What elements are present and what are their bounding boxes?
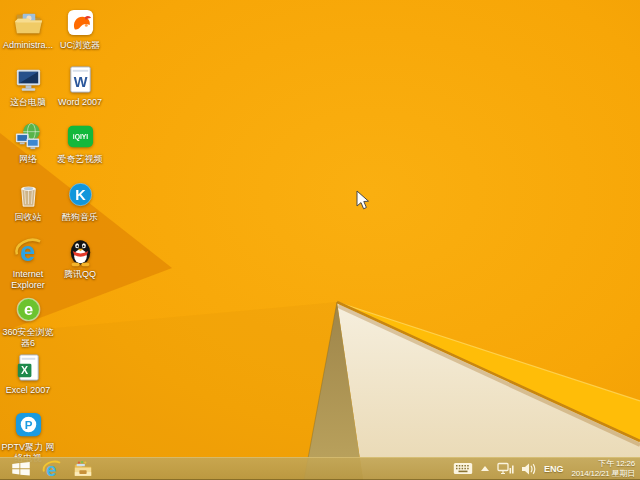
iqiyi-icon: iQIYI [65, 121, 96, 152]
desktop-icon-this-pc[interactable]: 这台电脑 [0, 64, 56, 108]
desktop-icon-label: Administra... [0, 40, 56, 51]
desktop-icon-excel-2007[interactable]: X Excel 2007 [0, 352, 56, 396]
desktop-icon-administrator[interactable]: Administra... [0, 7, 56, 51]
kugou-glyph: K [75, 187, 86, 203]
word-glyph: W [73, 74, 87, 90]
desktop-icon-label: Excel 2007 [0, 385, 56, 396]
360-glyph: e [23, 300, 32, 318]
start-button[interactable] [5, 457, 36, 480]
tencent-qq-icon [65, 236, 96, 267]
language-indicator[interactable]: ENG [544, 464, 564, 474]
desktop-icon-label: Word 2007 [52, 97, 108, 108]
system-tray: ENG 下午 12:26 2014/12/21 星期日 [449, 457, 640, 480]
this-pc-icon [13, 64, 44, 95]
desktop-icon-pptv[interactable]: P PPTV聚力 网络电视 [0, 409, 56, 464]
desktop-icon-network[interactable]: 网络 [0, 121, 56, 165]
windows-logo-icon [12, 462, 30, 476]
360-browser-icon: e [13, 294, 44, 325]
desktop-icon-iqiyi[interactable]: iQIYI 爱奇艺视频 [52, 121, 108, 165]
pptv-icon: P [13, 409, 44, 440]
administrator-folder-icon [13, 7, 44, 38]
desktop-icon-word-2007[interactable]: W Word 2007 [52, 64, 108, 108]
desktop-icon-qq[interactable]: 腾讯QQ [52, 236, 108, 280]
network-icon [13, 121, 44, 152]
windows-desktop: Administra... UC浏览器 这台电脑 W Word 2007 [0, 0, 640, 480]
desktop-icon-label: 回收站 [0, 212, 56, 223]
desktop-icon-label: UC浏览器 [52, 40, 108, 51]
internet-explorer-icon: e [13, 236, 44, 267]
uc-browser-icon [65, 7, 96, 38]
internet-explorer-icon: e [42, 459, 62, 479]
desktop-icon-uc-browser[interactable]: UC浏览器 [52, 7, 108, 51]
desktop-icon-label: Internet Explorer [0, 269, 56, 291]
desktop-icon-internet-explorer[interactable]: e Internet Explorer [0, 236, 56, 291]
clock-time: 下午 12:26 [572, 459, 635, 469]
desktop-icon-360-browser[interactable]: e 360安全浏览器6 [0, 294, 56, 349]
desktop-icon-label: 酷狗音乐 [52, 212, 108, 223]
pptv-glyph: P [24, 418, 32, 431]
kugou-music-icon: K [65, 179, 96, 210]
mouse-cursor [356, 190, 371, 211]
excel-glyph: X [21, 364, 28, 376]
taskbar-file-explorer-button[interactable] [67, 457, 98, 480]
file-explorer-icon [73, 459, 93, 478]
show-hidden-icons-button[interactable] [481, 466, 489, 471]
word-2007-icon: W [65, 64, 96, 95]
clock-date: 2014/12/21 星期日 [572, 469, 635, 479]
desktop-icon-kugou[interactable]: K 酷狗音乐 [52, 179, 108, 223]
desktop-icon-label: 这台电脑 [0, 97, 56, 108]
taskbar-internet-explorer-button[interactable]: e [36, 457, 67, 480]
iqiyi-glyph: iQIYI [72, 133, 88, 141]
network-status-icon[interactable] [497, 462, 514, 475]
desktop-icon-label: 腾讯QQ [52, 269, 108, 280]
desktop-icon-label: 爱奇艺视频 [52, 154, 108, 165]
taskbar-clock[interactable]: 下午 12:26 2014/12/21 星期日 [572, 459, 635, 478]
volume-icon[interactable] [522, 463, 536, 475]
desktop-icon-label: 360安全浏览器6 [0, 327, 56, 349]
desktop-icon-recycle-bin[interactable]: 回收站 [0, 179, 56, 223]
excel-2007-icon: X [13, 352, 44, 383]
taskbar: e [0, 457, 640, 480]
touch-keyboard-icon[interactable] [453, 462, 473, 475]
desktop-icon-label: 网络 [0, 154, 56, 165]
recycle-bin-icon [13, 179, 44, 210]
